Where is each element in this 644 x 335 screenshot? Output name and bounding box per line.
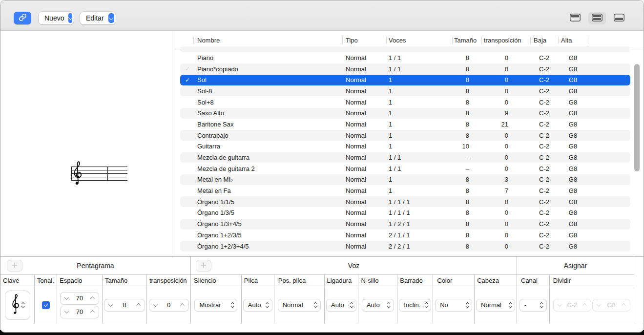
link-icon [19, 13, 27, 23]
cell-alta: G8 [558, 109, 588, 117]
table-row[interactable]: Mezcla de guitarra 2Normal1 / 1–0C-2G8 [175, 163, 644, 174]
table-row[interactable]: Mezcla de guitarraNormal1 / 1–0C-2G8 [175, 152, 644, 163]
cell-tamano: 8 [452, 176, 481, 183]
table-row[interactable]: PianoNormal1 / 180C-2G8 [175, 52, 644, 63]
cabeza-popup[interactable]: Normal [477, 299, 515, 311]
color-popup[interactable]: No [436, 299, 472, 311]
silencio-popup[interactable]: Mostrar [195, 299, 237, 311]
dividir-high-stepper: G8 [593, 299, 630, 311]
cell-baja: C-2 [530, 121, 558, 128]
transposicion-stepper[interactable]: 0 [149, 299, 188, 311]
espacio-stepper-2[interactable]: 70 [61, 306, 99, 318]
check-icon [44, 302, 48, 307]
cell-alta: G8 [558, 209, 588, 216]
cell-tamano: 8 [452, 76, 481, 84]
cell-transp: 7 [481, 187, 530, 194]
espacio-stepper-1[interactable]: 70 [61, 293, 99, 304]
cell-voces: 1 / 1 [386, 65, 452, 73]
cell-baja: C-2 [530, 187, 558, 194]
section-title: Voz [348, 262, 359, 270]
table-row[interactable]: Órgano 1/1/5Normal1 / 1 / 180C-2G8 [175, 196, 644, 208]
table-row[interactable]: Sol+8Normal180C-2G8 [175, 97, 644, 108]
cell-tamano: 8 [452, 65, 481, 73]
tamano-stepper[interactable]: 8 [104, 299, 145, 311]
cell-voces: 1 [386, 132, 452, 139]
table-row[interactable]: Metal en FaNormal187C-2G8 [175, 185, 644, 196]
table-row[interactable]: Metal en Mi♭Normal18-3C-2G8 [175, 174, 644, 186]
pos-plica-popup[interactable]: Normal [278, 299, 320, 311]
color-value: No [440, 301, 448, 309]
cell-tipo: Normal [342, 231, 386, 239]
label-tamano: Tamaño [102, 275, 146, 286]
cell-name: Metal en Fa [193, 187, 342, 194]
table-row[interactable]: Sol-8Normal180C-2G8 [175, 85, 644, 97]
chevron-up-icon[interactable] [180, 303, 185, 308]
asignar-controls: - C-2 G8 [517, 286, 634, 324]
label-silencio: Silencio [191, 275, 241, 286]
cell-alta: G8 [558, 243, 588, 250]
cell-tamano: 8 [452, 209, 481, 216]
table-row[interactable]: GuitarraNormal1100C-2G8 [175, 141, 644, 152]
vertical-scrollbar-thumb[interactable] [634, 64, 640, 171]
chevron-up-down-icon [540, 302, 543, 308]
chevron-up-icon[interactable] [136, 303, 141, 308]
cell-baja: C-2 [530, 132, 558, 139]
cell-transp: 0 [481, 165, 530, 172]
cell-voces: 1 [386, 76, 452, 84]
cell-baja: C-2 [530, 209, 558, 216]
staff-lines [71, 167, 127, 181]
nsillo-popup[interactable]: Auto [362, 299, 394, 311]
cell-name: Órgano 1+2/3+4/5 [193, 243, 342, 250]
barrado-value: Inclin. [404, 301, 420, 309]
cell-name: Órgano 1/3/5 [193, 209, 342, 216]
plica-popup[interactable]: Auto [244, 299, 272, 311]
barrado-popup[interactable]: Inclin. [399, 299, 431, 311]
ligadura-popup[interactable]: Auto [327, 299, 356, 311]
table-row[interactable]: Baritone SaxNormal1821C-2G8 [175, 119, 644, 130]
cell-alta: G8 [558, 87, 588, 95]
link-button[interactable] [14, 12, 31, 24]
cell-voces: 1 / 1 / 1 [386, 198, 452, 206]
table-row[interactable]: ContrabajoNormal180C-2G8 [175, 130, 644, 141]
cell-tamano: 8 [452, 121, 481, 128]
cell-voces: 1 [386, 187, 452, 194]
canal-popup[interactable]: - [520, 299, 546, 311]
table-row[interactable]: ✓Piano*copiadoNormal1 / 180C-2G8 [175, 63, 644, 75]
view-split-pane-button[interactable] [588, 12, 606, 24]
cell-baja: C-2 [530, 231, 558, 239]
table-row[interactable]: Órgano 1+2/3/5Normal2 / 1 / 180C-2G8 [175, 230, 644, 241]
table-row[interactable]: Saxo AltoNormal189C-2G8 [175, 107, 644, 119]
cell-transp: 0 [481, 143, 530, 150]
treble-clef-icon [74, 162, 81, 185]
chevron-up-icon[interactable] [90, 296, 95, 301]
add-voice-button[interactable] [196, 260, 211, 271]
edit-button[interactable]: Editar [80, 12, 116, 24]
cell-transp: 0 [481, 154, 530, 161]
plica-value: Auto [248, 301, 261, 309]
new-button[interactable]: Nuevo [39, 12, 74, 24]
clef-popup-button[interactable] [5, 291, 30, 319]
label-pos-plica: Pos. plica [274, 275, 324, 286]
cell-tamano: 8 [452, 243, 481, 250]
table-row[interactable]: Órgano 1/3/5Normal1 / 1 / 180C-2G8 [175, 208, 644, 219]
cell-voces: 1 / 1 [386, 54, 452, 62]
cell-voces: 1 [386, 176, 452, 183]
chevron-up-icon[interactable] [90, 310, 95, 315]
cell-alta: G8 [558, 121, 588, 128]
view-top-pane-button[interactable] [566, 12, 584, 24]
canal-value: - [524, 301, 526, 309]
chevron-up-down-icon [388, 302, 390, 308]
cell-name: Órgano 1/1/5 [193, 198, 342, 206]
cell-baja: C-2 [530, 76, 558, 84]
voz-field-labels: Silencio Plica Pos. plica Ligadura N-sil… [191, 274, 517, 286]
add-staff-button[interactable] [7, 260, 22, 271]
table-row[interactable]: ✓SolNormal180C-2G8 [175, 74, 644, 85]
view-bottom-pane-button[interactable] [610, 12, 628, 24]
tonal-checkbox[interactable] [42, 301, 50, 309]
cell-transp: 0 [481, 243, 530, 250]
label-espacio: Espacio [57, 275, 102, 286]
chevron-up-icon [582, 303, 587, 308]
table-row[interactable]: Órgano 1+2/3+4/5Normal2 / 2 / 180C-2G8 [175, 241, 644, 252]
table-row[interactable]: Órgano 1/3+4/5Normal1 / 2 / 180C-2G8 [175, 218, 644, 230]
cell-tipo: Normal [342, 154, 386, 161]
